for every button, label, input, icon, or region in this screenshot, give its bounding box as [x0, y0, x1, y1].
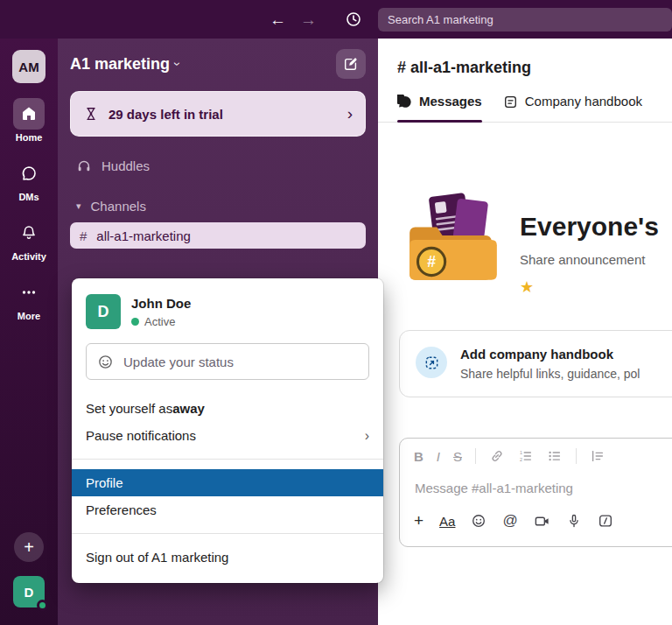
blockquote-button[interactable]	[590, 448, 606, 464]
chat-bubble-icon	[13, 158, 45, 189]
tab-bar: Messages Company handbook	[378, 93, 672, 123]
menu-item-pause-notifications[interactable]: Pause notifications ›	[72, 422, 383, 449]
trial-banner[interactable]: 29 days left in trial ›	[70, 91, 366, 137]
user-avatar[interactable]: D	[13, 576, 45, 607]
toolbar-divider	[576, 448, 577, 464]
user-menu: D John Doe Active Update your status Set…	[72, 278, 383, 583]
presence-status: Active	[131, 315, 191, 328]
svg-text:2: 2	[520, 457, 522, 462]
status-input[interactable]: Update your status	[86, 343, 369, 380]
away-bold: away	[172, 401, 205, 416]
card-subtitle: Share helpful links, guidance, pol	[460, 367, 640, 381]
sidebar-item-huddles[interactable]: Huddles	[70, 151, 366, 179]
rail-item-label: Activity	[11, 251, 46, 262]
history-back-icon[interactable]: ←	[270, 11, 286, 28]
workspace-avatar[interactable]: AM	[12, 50, 46, 83]
sidebar-header: A1 marketing ›	[70, 44, 366, 84]
formatting-toggle-button[interactable]: Aa	[439, 514, 455, 529]
create-new-button[interactable]: +	[14, 532, 44, 562]
channels-section-header[interactable]: ▾ Channels	[70, 192, 366, 220]
message-placeholder: Message #all-a1-marketing	[415, 481, 573, 495]
user-menu-items: Set yourself as away Pause notifications…	[72, 395, 383, 571]
new-message-button[interactable]	[336, 49, 366, 79]
rail-item-activity[interactable]: Activity	[11, 217, 46, 262]
messages-icon	[397, 95, 412, 109]
sidebar-channel-all-a1-marketing[interactable]: # all-a1-marketing	[70, 222, 366, 249]
menu-item-set-away[interactable]: Set yourself as away	[72, 395, 383, 422]
chevron-right-icon: ›	[365, 428, 369, 444]
rail-item-more[interactable]: More	[13, 277, 45, 321]
status-placeholder: Update your status	[123, 355, 234, 369]
link-button[interactable]	[489, 448, 505, 464]
hourglass-icon	[83, 106, 99, 122]
composer-actions: + Aa @	[410, 508, 672, 539]
active-dot-icon	[131, 318, 139, 326]
plus-icon: +	[24, 537, 34, 558]
user-menu-header: D John Doe Active	[72, 294, 383, 329]
channel-intro: # Everyone's Share announcement ★	[378, 191, 672, 297]
tab-label: Company handbook	[525, 93, 642, 110]
hero-title: Everyone's	[520, 212, 659, 242]
rail-item-label: DMs	[18, 192, 38, 202]
message-input[interactable]: Message #all-a1-marketing	[410, 467, 672, 508]
handbook-icon	[503, 95, 518, 109]
star-icon: ★	[520, 277, 659, 297]
channels-label: Channels	[91, 199, 146, 214]
svg-text:#: #	[427, 253, 436, 270]
top-bar: ← → Search A1 marketing	[0, 0, 672, 39]
card-text: Add company handbook Share helpful links…	[460, 347, 640, 381]
main-panel: # all-a1-marketing Messages Company hand…	[378, 39, 672, 625]
presence-label: Active	[144, 315, 175, 328]
strikethrough-button[interactable]: S	[453, 449, 462, 464]
bold-button[interactable]: B	[414, 449, 424, 464]
search-input[interactable]: Search A1 marketing	[378, 8, 672, 32]
history-forward-icon[interactable]: →	[300, 11, 317, 28]
mention-button[interactable]: @	[502, 512, 517, 530]
audio-button[interactable]	[566, 513, 582, 529]
message-composer[interactable]: B I S 12 Message #all-a1-marketing + Aa	[399, 438, 672, 547]
menu-user-avatar: D	[86, 294, 121, 329]
profile-label: Profile	[86, 475, 123, 490]
preferences-label: Preferences	[86, 502, 157, 517]
formatting-toolbar: B I S 12	[410, 446, 672, 467]
chevron-down-icon: ›	[176, 56, 180, 72]
smiley-icon	[97, 354, 114, 370]
tab-company-handbook[interactable]: Company handbook	[503, 93, 642, 122]
trial-label: 29 days left in trial	[108, 107, 223, 122]
canvas-icon	[416, 347, 447, 378]
italic-button[interactable]: I	[437, 449, 440, 464]
menu-item-sign-out[interactable]: Sign out of A1 marketing	[72, 544, 383, 571]
add-handbook-card[interactable]: Add company handbook Share helpful links…	[399, 330, 672, 397]
huddles-label: Huddles	[102, 158, 150, 173]
tab-messages[interactable]: Messages	[397, 93, 482, 122]
more-dots-icon	[13, 277, 45, 308]
emoji-button[interactable]	[471, 513, 486, 529]
shortcuts-button[interactable]	[598, 513, 613, 529]
bell-icon	[13, 217, 45, 249]
hero-subtitle: Share announcement	[520, 252, 659, 267]
search-placeholder: Search A1 marketing	[388, 13, 494, 26]
away-prefix: Set yourself as	[86, 401, 172, 416]
rail-item-label: More	[18, 311, 40, 321]
headphones-icon	[76, 158, 92, 173]
rail-item-dms[interactable]: DMs	[13, 158, 45, 202]
tab-label: Messages	[419, 93, 482, 110]
video-button[interactable]	[534, 513, 550, 530]
home-icon	[13, 98, 45, 130]
bullet-list-button[interactable]	[547, 448, 563, 464]
history-clock-icon[interactable]	[345, 11, 362, 28]
rail-item-home[interactable]: Home	[13, 98, 45, 143]
sign-out-label: Sign out of A1 marketing	[86, 550, 228, 565]
attach-button[interactable]: +	[414, 511, 424, 530]
menu-item-profile[interactable]: Profile	[72, 469, 383, 496]
menu-item-preferences[interactable]: Preferences	[72, 496, 383, 523]
hash-icon: #	[80, 228, 87, 243]
presence-dot	[37, 600, 48, 611]
ordered-list-button[interactable]: 12	[518, 448, 534, 464]
toolbar-divider	[475, 448, 476, 464]
channel-name: all-a1-marketing	[96, 228, 191, 243]
channel-folder-illustration: #	[408, 191, 499, 285]
workspace-name[interactable]: A1 marketing	[70, 55, 170, 74]
history-controls: ← →	[0, 11, 378, 28]
channel-title[interactable]: # all-a1-marketing	[378, 39, 672, 77]
